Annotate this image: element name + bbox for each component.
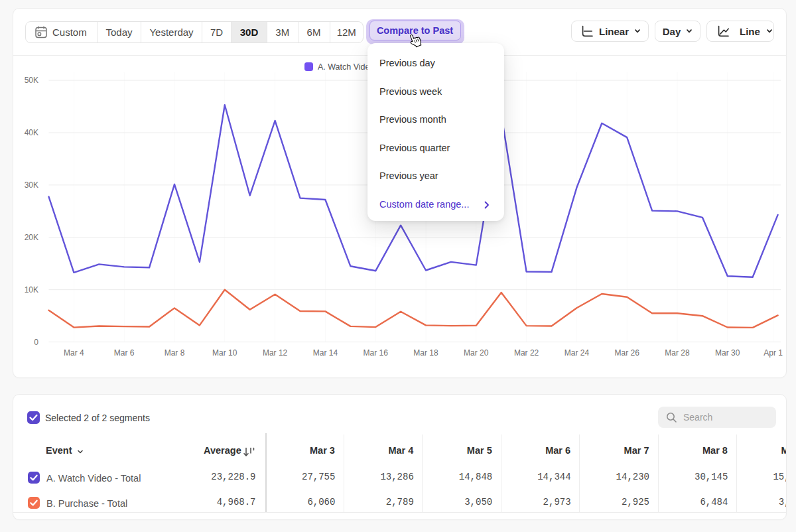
svg-text:Mar 22: Mar 22: [514, 348, 539, 358]
svg-text:20K: 20K: [25, 233, 38, 242]
svg-text:10K: 10K: [25, 285, 38, 295]
svg-text:0: 0: [34, 338, 38, 347]
svg-text:Mar 12: Mar 12: [263, 348, 288, 358]
svg-text:30K: 30K: [25, 180, 38, 190]
svg-text:Mar 20: Mar 20: [464, 348, 489, 358]
svg-text:Apr 1: Apr 1: [763, 348, 783, 358]
svg-text:Mar 30: Mar 30: [715, 348, 740, 358]
svg-text:50K: 50K: [25, 76, 38, 85]
svg-text:Mar 24: Mar 24: [564, 348, 590, 358]
svg-text:Mar 10: Mar 10: [212, 348, 237, 358]
svg-text:Mar 14: Mar 14: [313, 348, 338, 358]
svg-text:40K: 40K: [25, 128, 38, 137]
svg-text:Mar 6: Mar 6: [114, 348, 135, 358]
svg-text:Mar 18: Mar 18: [413, 348, 438, 358]
svg-text:Mar 28: Mar 28: [665, 348, 690, 358]
svg-text:Mar 4: Mar 4: [64, 348, 84, 358]
svg-text:Mar 8: Mar 8: [165, 348, 185, 358]
svg-text:Mar 26: Mar 26: [615, 348, 640, 358]
svg-text:Mar 16: Mar 16: [364, 348, 389, 358]
